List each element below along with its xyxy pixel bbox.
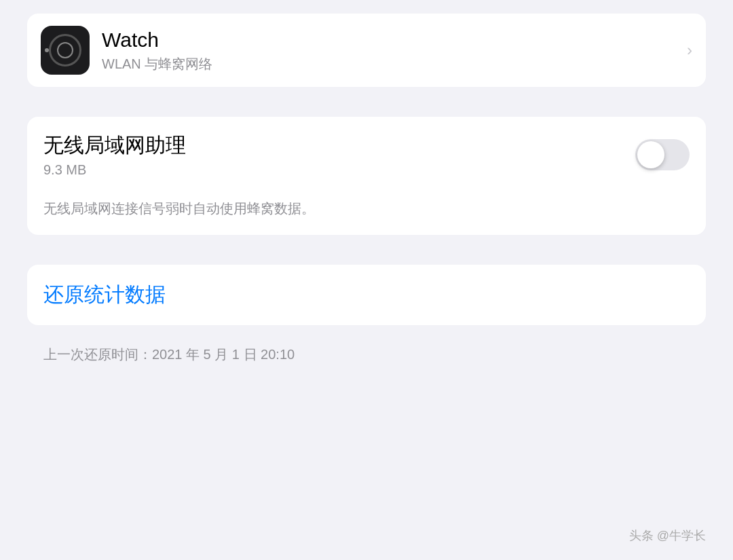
toggle-thumb xyxy=(637,141,664,168)
chevron-right-icon: › xyxy=(687,41,692,60)
wifi-assist-text-group: 无线局域网助理 9.3 MB xyxy=(43,132,635,178)
wifi-assist-title: 无线局域网助理 xyxy=(43,132,635,158)
wifi-assist-size: 9.3 MB xyxy=(43,162,635,178)
wifi-assist-card: 无线局域网助理 9.3 MB 无线局域网连接信号弱时自动使用蜂窝数据。 xyxy=(27,117,706,235)
watch-app-row[interactable]: Watch WLAN 与蜂窝网络 › xyxy=(27,14,706,87)
watch-app-icon xyxy=(41,26,90,75)
watermark: 头条 @牛学长 xyxy=(629,527,706,544)
spacer-1 xyxy=(27,100,706,117)
wifi-assist-description: 无线局域网连接信号弱时自动使用蜂窝数据。 xyxy=(27,193,706,235)
wifi-assist-row: 无线局域网助理 9.3 MB xyxy=(27,117,706,193)
watch-app-name: Watch xyxy=(102,28,687,52)
watch-app-text: Watch WLAN 与蜂窝网络 xyxy=(102,28,687,73)
wifi-assist-toggle[interactable] xyxy=(635,139,690,170)
toggle-track xyxy=(635,139,690,170)
last-restore-text: 上一次还原时间：2021 年 5 月 1 日 20:10 xyxy=(27,339,706,375)
watch-app-card: Watch WLAN 与蜂窝网络 › xyxy=(27,14,706,87)
restore-button[interactable]: 还原统计数据 xyxy=(43,281,166,309)
spacer-2 xyxy=(27,248,706,265)
watch-face-icon xyxy=(49,34,81,67)
restore-card: 还原统计数据 xyxy=(27,265,706,325)
watch-app-subtitle: WLAN 与蜂窝网络 xyxy=(102,55,687,73)
